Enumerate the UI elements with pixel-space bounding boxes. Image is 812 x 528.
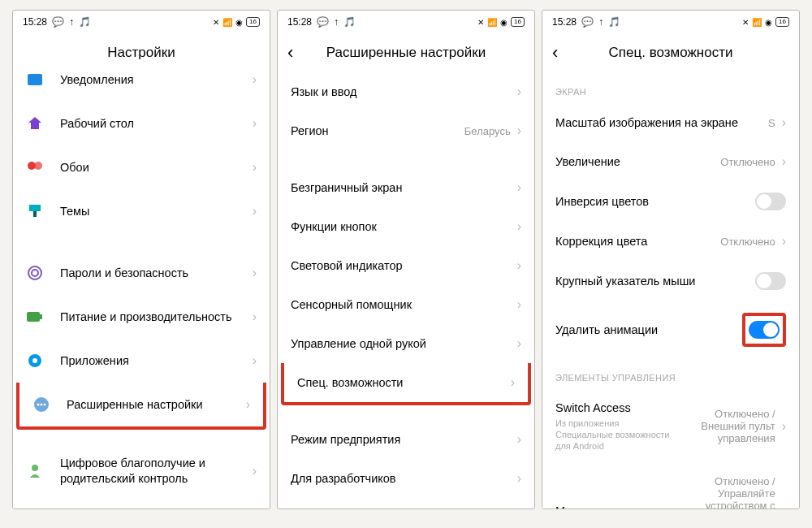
toggle-color-inversion[interactable] bbox=[755, 193, 786, 210]
dnd-icon: ✕ bbox=[742, 18, 749, 27]
toggle-remove-animations[interactable] bbox=[749, 321, 780, 339]
page-title: Настройки bbox=[107, 45, 175, 61]
row-switch-access[interactable]: Switch Access Из приложения Специальные … bbox=[542, 389, 799, 464]
chevron-right-icon: › bbox=[253, 309, 257, 324]
svg-rect-0 bbox=[28, 74, 42, 85]
row-large-cursor[interactable]: Крупный указатель мыши bbox=[542, 261, 799, 301]
header: Настройки bbox=[13, 33, 270, 72]
row-display-scale[interactable]: Масштаб изображения на экране S › bbox=[542, 103, 799, 142]
row-buttons[interactable]: Функции кнопок › bbox=[278, 207, 534, 246]
page-title: Спец. возможности bbox=[609, 45, 733, 61]
row-wellbeing[interactable]: Цифровое благополучие и родительский кон… bbox=[13, 444, 270, 498]
row-power[interactable]: Питание и производительность › bbox=[13, 295, 270, 339]
chevron-right-icon: › bbox=[253, 266, 257, 280]
svg-point-12 bbox=[37, 404, 40, 406]
chevron-right-icon: › bbox=[517, 471, 521, 486]
row-developer[interactable]: Для разработчиков › bbox=[278, 459, 534, 498]
row-led[interactable]: Световой индикатор › bbox=[278, 246, 534, 285]
chevron-right-icon: › bbox=[782, 234, 786, 249]
phone-screen-accessibility: 15:28 💬 ↑ 🎵 ✕ 📶 ◉ 16 ‹ Спец. возможности… bbox=[542, 10, 800, 509]
notifications-icon bbox=[24, 72, 45, 90]
svg-point-15 bbox=[32, 465, 38, 471]
back-button[interactable]: ‹ bbox=[287, 42, 293, 63]
svg-rect-7 bbox=[27, 312, 40, 322]
status-bar: 15:28 💬 ↑ 🎵 ✕ 📶 ◉ 16 bbox=[278, 11, 534, 33]
chevron-right-icon: › bbox=[253, 72, 257, 87]
phone-screen-advanced: 15:28 💬 ↑ 🎵 ✕ 📶 ◉ 16 ‹ Расширенные настр… bbox=[277, 10, 535, 509]
wifi-icon: ◉ bbox=[500, 18, 508, 27]
row-apps[interactable]: Приложения › bbox=[13, 339, 270, 383]
dots-icon bbox=[31, 394, 52, 415]
svg-rect-8 bbox=[40, 314, 42, 319]
upload-icon: ↑ bbox=[334, 16, 339, 28]
brush-icon bbox=[24, 201, 45, 222]
row-magnification[interactable]: Увеличение Отключено › bbox=[542, 142, 799, 181]
status-bar: 15:28 💬 ↑ 🎵 ✕ 📶 ◉ 16 bbox=[13, 11, 270, 33]
chevron-right-icon: › bbox=[517, 297, 521, 312]
row-wallpaper[interactable]: Обои › bbox=[13, 145, 270, 189]
row-color-correction[interactable]: Коррекция цвета Отключено › bbox=[542, 222, 799, 261]
row-touch-assistant[interactable]: Сенсорный помощник › bbox=[278, 285, 534, 324]
chevron-right-icon: › bbox=[253, 160, 257, 175]
wellbeing-icon bbox=[24, 461, 45, 482]
chevron-right-icon: › bbox=[517, 258, 521, 273]
row-notifications[interactable]: Уведомления › bbox=[13, 72, 270, 102]
section-controls: ЭЛЕМЕНТЫ УПРАВЛЕНИЯ bbox=[542, 358, 799, 389]
chevron-right-icon: › bbox=[253, 204, 257, 219]
chevron-right-icon: › bbox=[782, 419, 786, 434]
upload-icon: ↑ bbox=[598, 16, 603, 28]
svg-point-5 bbox=[28, 266, 41, 279]
signal-icon: 📶 bbox=[487, 18, 497, 27]
fingerprint-icon bbox=[24, 262, 45, 283]
chevron-right-icon: › bbox=[517, 336, 521, 351]
row-special[interactable]: Особые возможности › bbox=[13, 498, 270, 509]
battery-icon-green bbox=[24, 306, 45, 327]
row-accessibility[interactable]: Спец. возможности › bbox=[284, 363, 528, 402]
row-color-inversion[interactable]: Инверсия цветов bbox=[542, 181, 799, 222]
chevron-right-icon: › bbox=[782, 504, 786, 509]
svg-point-13 bbox=[41, 404, 43, 406]
chevron-right-icon: › bbox=[511, 375, 515, 390]
battery-icon: 16 bbox=[246, 17, 260, 27]
status-time: 15:28 bbox=[23, 16, 47, 28]
chevron-right-icon: › bbox=[246, 397, 250, 412]
row-desktop[interactable]: Рабочий стол › bbox=[13, 102, 270, 145]
page-title: Расширенные настройки bbox=[326, 45, 486, 61]
row-region[interactable]: Регион Беларусь › bbox=[278, 111, 534, 150]
row-remove-animations[interactable]: Удалить анимации bbox=[542, 301, 799, 358]
row-passwords[interactable]: Пароли и безопасность › bbox=[13, 251, 270, 295]
header: ‹ Расширенные настройки bbox=[278, 33, 534, 72]
chevron-right-icon: › bbox=[253, 116, 257, 131]
row-accessibility-menu[interactable]: Меню специальных во… Отключено / Управля… bbox=[542, 464, 799, 509]
status-time: 15:28 bbox=[552, 16, 577, 28]
row-themes[interactable]: Темы › bbox=[13, 189, 270, 233]
wifi-icon: ◉ bbox=[235, 18, 243, 27]
chat-icon: 💬 bbox=[317, 16, 329, 28]
wifi-icon: ◉ bbox=[765, 18, 772, 27]
header: ‹ Спец. возможности bbox=[542, 33, 799, 72]
signal-icon: 📶 bbox=[222, 18, 232, 27]
chevron-right-icon: › bbox=[253, 464, 257, 478]
toggle-large-cursor[interactable] bbox=[755, 272, 786, 290]
chevron-right-icon: › bbox=[517, 219, 521, 234]
svg-rect-4 bbox=[33, 211, 37, 217]
highlight-box bbox=[742, 313, 786, 347]
row-advanced[interactable]: Расширенные настройки › bbox=[19, 383, 263, 426]
row-language[interactable]: Язык и ввод › bbox=[278, 72, 534, 111]
chevron-right-icon: › bbox=[253, 353, 257, 368]
row-one-hand[interactable]: Управление одной рукой › bbox=[278, 324, 534, 363]
chevron-right-icon: › bbox=[782, 115, 786, 130]
dnd-icon: ✕ bbox=[477, 18, 484, 27]
home-icon bbox=[24, 113, 45, 134]
note-icon: 🎵 bbox=[343, 16, 356, 28]
back-button[interactable]: ‹ bbox=[552, 42, 558, 63]
svg-rect-3 bbox=[29, 205, 41, 211]
battery-icon: 16 bbox=[511, 17, 525, 27]
row-enterprise[interactable]: Режим предприятия › bbox=[278, 420, 534, 459]
chevron-right-icon: › bbox=[517, 84, 521, 99]
signal-icon: 📶 bbox=[752, 18, 762, 27]
row-fullscreen[interactable]: Безграничный экран › bbox=[278, 168, 534, 207]
svg-point-14 bbox=[44, 404, 46, 406]
section-screen: ЭКРАН bbox=[542, 72, 799, 103]
flower-icon bbox=[24, 157, 45, 178]
